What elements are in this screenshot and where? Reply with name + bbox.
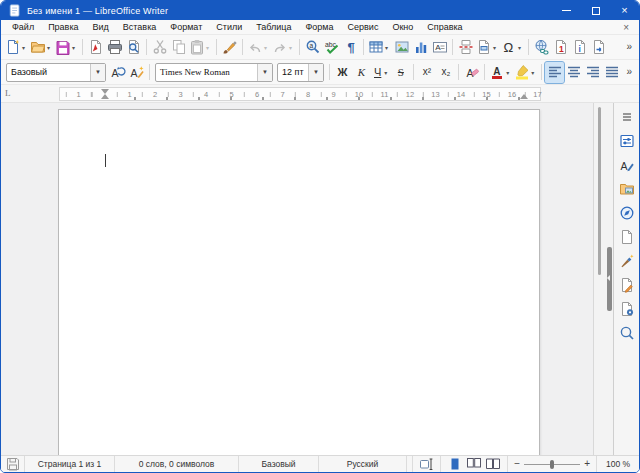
insert-footnote-button[interactable]: 1 — [551, 37, 570, 58]
chevron-down-icon[interactable]: ▾ — [264, 44, 270, 51]
document-workspace[interactable] — [1, 103, 593, 455]
menu-item-view[interactable]: Вид — [86, 21, 116, 33]
superscript-button[interactable]: x² — [417, 62, 436, 83]
print-preview-button[interactable] — [124, 37, 143, 58]
bold-button[interactable]: Ж — [333, 62, 352, 83]
align-right-button[interactable] — [583, 62, 602, 83]
menu-item-form[interactable]: Форма — [299, 21, 341, 33]
align-justify-button[interactable] — [602, 62, 621, 83]
right-indent-marker[interactable] — [520, 94, 528, 99]
zoom-slider[interactable] — [524, 464, 580, 465]
chevron-down-icon[interactable]: ▾ — [47, 44, 53, 51]
menu-item-tools[interactable]: Сервис — [341, 21, 386, 33]
insert-bookmark-button[interactable] — [589, 37, 608, 58]
cut-button[interactable] — [150, 37, 169, 58]
undo-button[interactable]: ▾ — [246, 37, 271, 58]
menu-item-edit[interactable]: Правка — [41, 21, 85, 33]
insert-endnote-button[interactable]: i — [570, 37, 589, 58]
chevron-down-icon[interactable]: ▼ — [257, 64, 272, 81]
multi-page-view-button[interactable] — [466, 456, 482, 472]
menu-item-format[interactable]: Формат — [163, 21, 209, 33]
update-style-button[interactable]: A — [108, 62, 127, 83]
align-left-button[interactable] — [545, 62, 564, 83]
insert-special-character-button[interactable]: Ω▾ — [500, 37, 525, 58]
underline-button[interactable]: Ч▾ — [371, 62, 391, 83]
export-pdf-button[interactable] — [86, 37, 105, 58]
zoom-in-button[interactable]: + — [584, 459, 590, 469]
insert-chart-button[interactable] — [411, 37, 430, 58]
chevron-down-icon[interactable]: ▾ — [506, 69, 512, 76]
menu-item-table[interactable]: Таблица — [249, 21, 298, 33]
insert-page-break-button[interactable] — [456, 37, 475, 58]
highlight-color-button[interactable]: ▾ — [513, 62, 538, 83]
insert-table-button[interactable]: ▾ — [367, 37, 392, 58]
document-page[interactable] — [58, 109, 540, 455]
sidebar-hide-handle[interactable] — [607, 247, 612, 311]
spelling-button[interactable]: abc — [322, 37, 341, 58]
subscript-button[interactable]: x₂ — [436, 62, 455, 83]
font-color-button[interactable]: A▾ — [488, 62, 513, 83]
insert-field-button[interactable]: ▾ — [475, 37, 500, 58]
save-status-cell[interactable] — [1, 456, 25, 472]
chevron-down-icon[interactable]: ▾ — [289, 44, 295, 51]
font-size-combo[interactable]: 12 пт ▼ — [277, 63, 324, 82]
menu-item-help[interactable]: Справка — [420, 21, 469, 33]
chevron-down-icon[interactable]: ▼ — [308, 64, 323, 81]
ruler-strip[interactable]: 11234567891011121314151617 — [59, 87, 541, 101]
chevron-down-icon[interactable]: ▼ — [90, 64, 105, 81]
align-center-button[interactable] — [564, 62, 583, 83]
close-document-button[interactable]: × — [617, 22, 635, 33]
strikethrough-button[interactable]: S — [391, 62, 410, 83]
zoom-level-label[interactable]: 100 % — [597, 456, 639, 472]
sidebar-tab-manage-changes[interactable] — [616, 274, 638, 295]
insert-hyperlink-button[interactable] — [532, 37, 551, 58]
page-number-cell[interactable]: Страница 1 из 1 — [25, 456, 115, 472]
menu-item-styles[interactable]: Стили — [209, 21, 249, 33]
menu-item-insert[interactable]: Вставка — [116, 21, 163, 33]
open-button[interactable]: ▾ — [29, 37, 54, 58]
chevron-down-icon[interactable]: ▾ — [531, 69, 537, 76]
sidebar-tab-page[interactable] — [616, 226, 638, 247]
clear-formatting-button[interactable]: A — [462, 62, 481, 83]
close-button[interactable]: × — [610, 1, 639, 20]
find-replace-button[interactable]: a — [303, 37, 322, 58]
sidebar-settings-button[interactable] — [616, 106, 638, 127]
selection-mode-cell[interactable] — [413, 456, 441, 472]
sidebar-tab-properties[interactable] — [616, 130, 638, 151]
left-indent-marker[interactable] — [101, 94, 109, 99]
font-name-combo[interactable]: Times New Roman ▼ — [155, 63, 273, 82]
single-page-view-button[interactable] — [447, 456, 463, 472]
paste-button[interactable]: ▾ — [188, 37, 213, 58]
page-style-cell[interactable]: Базовый — [239, 456, 319, 472]
chevron-down-icon[interactable]: ▾ — [518, 44, 524, 51]
sidebar-tab-navigator[interactable] — [616, 202, 638, 223]
maximize-button[interactable] — [581, 1, 610, 20]
insert-textbox-button[interactable]: A — [430, 37, 449, 58]
book-view-button[interactable] — [485, 456, 501, 472]
toolbar-overflow-button[interactable]: » — [624, 41, 636, 54]
copy-button[interactable] — [169, 37, 188, 58]
sidebar-tab-gallery[interactable] — [616, 178, 638, 199]
zoom-slider-thumb[interactable] — [550, 460, 554, 469]
chevron-down-icon[interactable]: ▾ — [493, 44, 499, 51]
sidebar-tab-find[interactable] — [616, 322, 638, 343]
menu-item-window[interactable]: Окно — [385, 21, 420, 33]
zoom-out-button[interactable]: − — [514, 459, 520, 469]
paragraph-style-combo[interactable]: Базовый ▼ — [6, 63, 106, 82]
italic-button[interactable]: К — [352, 62, 371, 83]
vertical-scrollbar[interactable] — [593, 103, 607, 455]
sidebar-tab-style-inspector[interactable] — [616, 250, 638, 271]
word-count-cell[interactable]: 0 слов, 0 символов — [115, 456, 239, 472]
chevron-down-icon[interactable]: ▾ — [384, 69, 390, 76]
insert-image-button[interactable] — [392, 37, 411, 58]
menu-item-file[interactable]: Файл — [5, 21, 41, 33]
clone-formatting-button[interactable] — [220, 37, 239, 58]
print-button[interactable] — [105, 37, 124, 58]
formatting-marks-button[interactable]: ¶ — [341, 37, 360, 58]
scrollbar-thumb[interactable] — [598, 107, 601, 275]
toolbar-overflow-button[interactable]: » — [624, 66, 636, 79]
sidebar-tab-styles[interactable]: A — [616, 154, 638, 175]
chevron-down-icon[interactable]: ▾ — [22, 44, 28, 51]
redo-button[interactable]: ▾ — [271, 37, 296, 58]
text-language-cell[interactable]: Русский — [319, 456, 407, 472]
